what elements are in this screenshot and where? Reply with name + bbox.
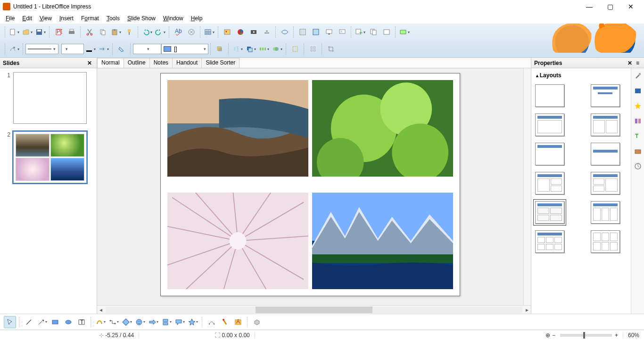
- presentation-button[interactable]: [323, 26, 335, 38]
- position-size-button[interactable]: [289, 43, 301, 55]
- crop-image-button[interactable]: [325, 43, 337, 55]
- distribute-button[interactable]: ▾: [258, 43, 270, 55]
- sidebar-tab-gallery[interactable]: [633, 146, 643, 156]
- zoom-fit-icon[interactable]: ⊕: [545, 332, 550, 339]
- layout-title[interactable]: [591, 84, 620, 107]
- menu-window[interactable]: Window: [159, 14, 187, 23]
- rectangle-tool[interactable]: [49, 316, 61, 328]
- slide-canvas[interactable]: [160, 73, 460, 296]
- window-minimize-button[interactable]: —: [579, 1, 600, 12]
- line-width-combo[interactable]: ▾: [61, 44, 84, 54]
- zoom-percent[interactable]: 60%: [623, 332, 644, 339]
- snap-grid-button[interactable]: [307, 43, 319, 55]
- zoom-control[interactable]: ⊕ − +: [541, 332, 623, 339]
- menu-edit[interactable]: Edit: [18, 14, 36, 23]
- layout-title-content[interactable]: [535, 113, 564, 136]
- insert-hyperlink-button[interactable]: [279, 26, 290, 38]
- inserted-image-1[interactable]: [167, 80, 308, 177]
- ellipse-tool[interactable]: [62, 316, 74, 328]
- layout-blank[interactable]: [535, 84, 564, 107]
- align-objects-button[interactable]: ▾: [232, 43, 243, 55]
- tab-slidesorter[interactable]: Slide Sorter: [201, 58, 239, 68]
- save-button[interactable]: ▾: [35, 26, 46, 38]
- menu-format[interactable]: Format: [77, 14, 103, 23]
- format-paintbrush-button[interactable]: [124, 26, 135, 38]
- layout-6grid[interactable]: [591, 230, 620, 253]
- export-pdf-button[interactable]: PDF: [53, 26, 64, 38]
- slide-master-button[interactable]: [337, 26, 348, 38]
- symbol-shapes-tool[interactable]: ▾: [134, 316, 146, 328]
- cut-button[interactable]: [84, 26, 95, 38]
- layout-title-4grid-b[interactable]: [591, 201, 620, 224]
- grid-toggle-button[interactable]: [297, 26, 308, 38]
- slide-editor[interactable]: [97, 68, 523, 305]
- area-fill-button[interactable]: [116, 43, 127, 55]
- textbox-tool[interactable]: T: [75, 316, 88, 328]
- tab-notes[interactable]: Notes: [149, 58, 173, 68]
- fontwork-tool[interactable]: A: [232, 316, 244, 328]
- block-arrows-tool[interactable]: ▾: [147, 316, 159, 328]
- fill-style-combo[interactable]: []▾: [161, 44, 208, 54]
- duplicate-slide-button[interactable]: [368, 26, 379, 38]
- new-slide-button[interactable]: +▾: [355, 26, 366, 38]
- show-draw-functions-button[interactable]: ▾: [8, 43, 20, 55]
- vertical-scrollbar[interactable]: [523, 68, 531, 305]
- select-tool[interactable]: [4, 316, 16, 328]
- glue-points-tool[interactable]: [219, 316, 231, 328]
- layout-title-2content[interactable]: [535, 172, 564, 194]
- line-style-combo[interactable]: ▾: [25, 44, 58, 54]
- new-button[interactable]: ▾: [8, 26, 20, 38]
- arrange-button[interactable]: ▾: [245, 43, 256, 55]
- tab-normal[interactable]: Normal: [97, 58, 124, 68]
- slide-thumb-2[interactable]: 2: [4, 131, 93, 183]
- print-button[interactable]: [66, 26, 77, 38]
- menu-tools[interactable]: Tools: [103, 14, 124, 23]
- merge-shapes-button[interactable]: ▾: [272, 43, 283, 55]
- layout-centered-title[interactable]: [591, 143, 620, 165]
- callout-tool[interactable]: ▾: [173, 316, 186, 328]
- menu-view[interactable]: View: [36, 14, 56, 23]
- menu-slideshow[interactable]: Slide Show: [124, 14, 159, 23]
- points-edit-tool[interactable]: [206, 316, 218, 328]
- line-color-button[interactable]: ▾: [85, 43, 96, 55]
- inserted-image-2[interactable]: [312, 80, 453, 177]
- menu-file[interactable]: File: [2, 14, 18, 23]
- basic-shapes-tool[interactable]: ▾: [121, 316, 133, 328]
- menu-insert[interactable]: Insert: [56, 14, 77, 23]
- fill-type-combo[interactable]: ▾: [133, 44, 161, 54]
- autospellcheck-button[interactable]: [186, 26, 197, 38]
- stars-tool[interactable]: ▾: [187, 316, 199, 328]
- insert-table-button[interactable]: ▾: [204, 26, 215, 38]
- inserted-image-4[interactable]: [312, 193, 453, 289]
- undo-button[interactable]: ▾: [141, 26, 153, 38]
- inserted-image-3[interactable]: [167, 193, 308, 289]
- copy-button[interactable]: [97, 26, 108, 38]
- sidebar-tab-navigator[interactable]: [633, 162, 643, 171]
- shadow-button[interactable]: [214, 43, 225, 55]
- redo-button[interactable]: ▾: [155, 26, 166, 38]
- tab-outline[interactable]: Outline: [124, 58, 150, 68]
- layout-title-only[interactable]: [535, 143, 564, 165]
- layout-title-6grid[interactable]: [535, 230, 564, 253]
- line-tool[interactable]: [23, 316, 35, 328]
- zoom-slider[interactable]: [560, 334, 612, 337]
- open-button[interactable]: ▾: [22, 26, 33, 38]
- sidebar-tab-animation[interactable]: [633, 101, 643, 111]
- slide-layout-button[interactable]: [381, 26, 392, 38]
- arrow-style-button[interactable]: ▾: [98, 43, 109, 55]
- extrusion-tool[interactable]: [251, 316, 263, 328]
- window-close-button[interactable]: ✕: [620, 1, 641, 12]
- tab-handout[interactable]: Handout: [172, 58, 202, 68]
- gallery-button[interactable]: ▾: [399, 26, 410, 38]
- insert-av-button[interactable]: [248, 26, 259, 38]
- curve-tool[interactable]: ▾: [94, 316, 107, 328]
- menu-help[interactable]: Help: [187, 14, 206, 23]
- sidebar-tab-properties[interactable]: [633, 71, 643, 81]
- insert-special-button[interactable]: [261, 26, 272, 38]
- insert-chart-button[interactable]: [235, 26, 246, 38]
- slide-thumb-1[interactable]: 1: [4, 72, 93, 124]
- horizontal-scrollbar[interactable]: ◂ ▸: [97, 305, 531, 314]
- insert-image-button[interactable]: [222, 26, 233, 38]
- layout-content-2[interactable]: [591, 172, 620, 194]
- layout-title-2col[interactable]: [591, 113, 620, 136]
